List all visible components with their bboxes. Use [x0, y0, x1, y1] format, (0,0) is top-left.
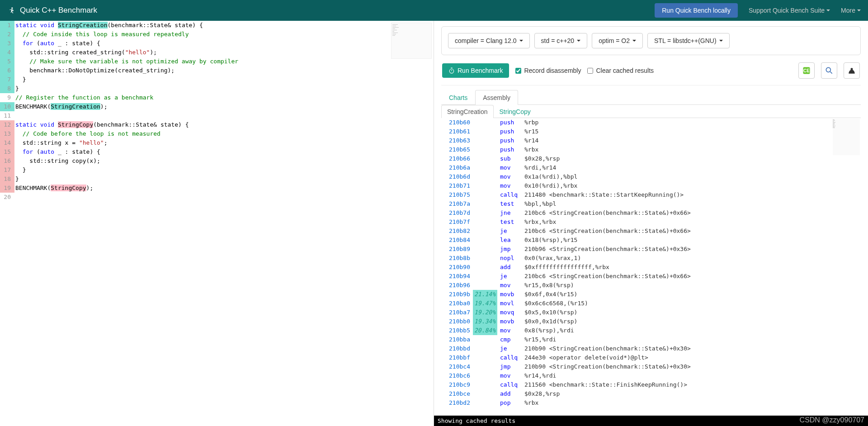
- asm-line[interactable]: 210b7atest%bpl,%bpl: [441, 199, 861, 208]
- code-line[interactable]: }: [14, 84, 238, 93]
- code-line[interactable]: std::string x = "hello";: [14, 138, 238, 147]
- asm-line[interactable]: 210b89jmp210b96 <StringCreation(benchmar…: [441, 245, 861, 254]
- code-line[interactable]: [14, 111, 238, 120]
- asm-line[interactable]: 210bb019.34%movb$0x0,0x1d(%rsp): [441, 317, 861, 326]
- line-number: 16: [0, 156, 14, 166]
- line-number: 4: [0, 48, 14, 57]
- line-number: 20: [0, 193, 14, 202]
- magnifier-icon: [825, 66, 834, 75]
- asm-line[interactable]: 210b71mov0x10(%rdi),%rbx: [441, 181, 861, 190]
- asm-line[interactable]: 210bbdje210b90 <StringCreation(benchmark…: [441, 344, 861, 353]
- compiler-icon: [847, 66, 856, 75]
- svg-text:CE: CE: [803, 68, 810, 73]
- asm-line[interactable]: 210b84lea0x18(%rsp),%r15: [441, 236, 861, 245]
- code-line[interactable]: std::string created_string("hello");: [14, 48, 238, 57]
- function-tabs: StringCreation StringCopy: [441, 105, 861, 118]
- tab-charts[interactable]: Charts: [441, 90, 475, 105]
- code-line[interactable]: }: [14, 166, 238, 175]
- line-number: 18: [0, 175, 14, 184]
- asm-line[interactable]: 210b9b21.14%movb$0x6f,0x4(%r15): [441, 290, 861, 299]
- code-editor[interactable]: 1234567891011121314151617181920 static v…: [0, 21, 434, 202]
- asm-line[interactable]: 210b82je210bc6 <StringCreation(benchmark…: [441, 227, 861, 236]
- asm-line[interactable]: 210b7ftest%rbx,%rbx: [441, 218, 861, 227]
- std-select[interactable]: std = c++20: [534, 33, 588, 48]
- asm-line[interactable]: 210bc4jmp210b90 <StringCreation(benchmar…: [441, 362, 861, 371]
- chevron-down-icon: [577, 40, 580, 42]
- cppinsights-button[interactable]: [821, 62, 837, 79]
- code-line[interactable]: BENCHMARK(StringCopy);: [14, 184, 238, 193]
- more-menu[interactable]: More: [841, 7, 861, 14]
- asm-line[interactable]: 210b6dmov0x1a(%rdi),%bpl: [441, 172, 861, 181]
- runner-icon: [7, 6, 16, 15]
- line-number: 5: [0, 57, 14, 66]
- asm-line[interactable]: 210b7djne210bc6 <StringCreation(benchmar…: [441, 208, 861, 218]
- code-line[interactable]: static void StringCopy(benchmark::State&…: [14, 120, 238, 129]
- asm-line[interactable]: 210bd2pop%rbx: [441, 398, 861, 407]
- code-line[interactable]: [14, 193, 238, 202]
- asm-line[interactable]: 210bc9callq211560 <benchmark::State::Fin…: [441, 380, 861, 389]
- chevron-down-icon: [519, 40, 523, 42]
- code-line[interactable]: }: [14, 75, 238, 84]
- line-number: 12: [0, 120, 14, 129]
- clear-cache-checkbox[interactable]: Clear cached results: [587, 67, 654, 74]
- code-line[interactable]: benchmark::DoNotOptimize(created_string)…: [14, 66, 238, 75]
- subtab-stringcopy[interactable]: StringCopy: [494, 105, 537, 118]
- run-benchmark-button[interactable]: Run Benchmark: [442, 63, 509, 78]
- code-line[interactable]: for (auto _ : state) {: [14, 39, 238, 48]
- asm-line[interactable]: 210bbacmp%r15,%rdi: [441, 335, 861, 344]
- asm-line[interactable]: 210bbfcallq244e30 <operator delete(void*…: [441, 353, 861, 362]
- line-number: 1: [0, 21, 14, 30]
- support-menu[interactable]: Support Quick Bench Suite: [749, 7, 830, 14]
- result-tabs: Charts Assembly: [441, 90, 861, 105]
- code-line[interactable]: // Make sure the variable is not optimiz…: [14, 57, 238, 66]
- code-line[interactable]: }: [14, 175, 238, 184]
- asm-line[interactable]: 210b90add$0xffffffffffffffff,%rbx: [441, 263, 861, 272]
- asm-line[interactable]: 210bb520.84%mov0x8(%rsp),%rdi: [441, 326, 861, 335]
- chevron-down-icon: [719, 40, 723, 42]
- code-line[interactable]: // Code before the loop is not measured: [14, 129, 238, 138]
- chevron-down-icon: [857, 9, 861, 11]
- run-locally-button[interactable]: Run Quick Bench locally: [655, 3, 738, 18]
- code-line[interactable]: // Register the function as a benchmark: [14, 93, 238, 102]
- ce-icon: CE: [802, 66, 811, 75]
- subtab-stringcreation[interactable]: StringCreation: [441, 105, 494, 118]
- code-line[interactable]: // Code inside this loop is measured rep…: [14, 30, 238, 39]
- line-number: 13: [0, 129, 14, 138]
- options-row: compiler = Clang 12.0 std = c++20 optim …: [441, 26, 861, 55]
- asm-line[interactable]: 210b66sub$0x28,%rsp: [441, 154, 861, 163]
- asm-line[interactable]: 210b94je210bc6 <StringCreation(benchmark…: [441, 272, 861, 281]
- record-disassembly-checkbox[interactable]: Record disassembly: [515, 67, 581, 74]
- logo: Quick C++ Benchmark: [7, 6, 97, 15]
- asm-line[interactable]: 210bc6mov%r14,%rdi: [441, 371, 861, 380]
- asm-line[interactable]: 210b8bnopl0x0(%rax,%rax,1): [441, 254, 861, 263]
- editor-minimap[interactable]: ▬▬▬▬▬▬▬▬▬▬▬▬▬▬▬▬▬▬▬▬▬▬▬▬▬▬▬▬▬▬▬▬▬▬▬▬▬▬▬▬: [391, 23, 432, 59]
- code-line[interactable]: for (auto _ : state) {: [14, 147, 238, 156]
- line-number: 9: [0, 93, 14, 102]
- line-number: 10: [0, 102, 14, 111]
- asm-line[interactable]: 210b60push%rbp: [441, 118, 861, 127]
- asm-line[interactable]: 210b63push%r14: [441, 136, 861, 145]
- asm-line[interactable]: 210b61push%r15: [441, 127, 861, 136]
- code-line[interactable]: std::string copy(x);: [14, 156, 238, 166]
- optim-select[interactable]: optim = O2: [592, 33, 643, 48]
- code-line[interactable]: static void StringCreation(benchmark::St…: [14, 21, 238, 30]
- line-number: 8: [0, 84, 14, 93]
- assembly-view[interactable]: 210b60push%rbp210b61push%r15210b63push%r…: [441, 118, 861, 426]
- tab-assembly[interactable]: Assembly: [475, 90, 518, 105]
- stl-select[interactable]: STL = libstdc++(GNU): [647, 33, 730, 48]
- code-line[interactable]: BENCHMARK(StringCreation);: [14, 102, 238, 111]
- asm-line[interactable]: 210bceadd$0x28,%rsp: [441, 389, 861, 398]
- assembly-minimap[interactable]: ▬▬▬▬▬▬▬▬▬▬▬▬▬▬▬▬▬▬▬▬▬▬▬▬▬▬▬▬▬▬▬▬▬▬▬: [833, 119, 860, 155]
- line-number: 3: [0, 39, 14, 48]
- asm-line[interactable]: 210b6amov%rdi,%r14: [441, 163, 861, 172]
- asm-line[interactable]: 210b75callq211480 <benchmark::State::Sta…: [441, 190, 861, 199]
- asm-line[interactable]: 210ba019.47%movl$0x6c6c6568,(%r15): [441, 299, 861, 308]
- asm-line[interactable]: 210b65push%rbx: [441, 145, 861, 154]
- asm-line[interactable]: 210ba719.20%movq$0x5,0x10(%rsp): [441, 308, 861, 317]
- app-title: Quick C++ Benchmark: [20, 6, 97, 15]
- asm-line[interactable]: 210b96mov%r15,0x8(%rsp): [441, 281, 861, 290]
- status-bar: Showing cached results: [434, 416, 868, 426]
- compiler-explorer-button[interactable]: CE: [798, 62, 815, 79]
- compiler-select[interactable]: compiler = Clang 12.0: [448, 33, 530, 48]
- godbolt-button[interactable]: [844, 62, 860, 79]
